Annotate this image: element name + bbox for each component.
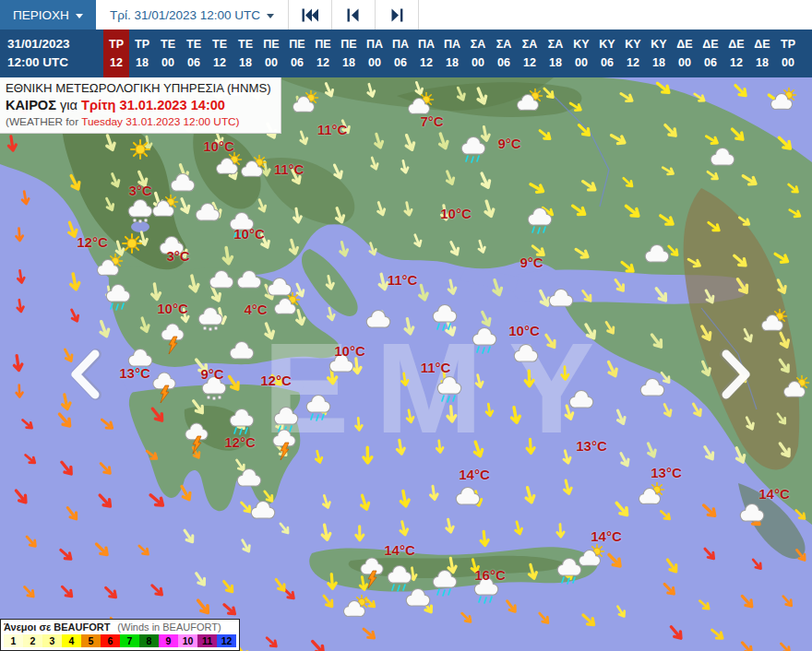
beaufort-scale: 123456789101112 <box>4 634 236 647</box>
temperature-label: 10°C <box>157 301 188 316</box>
step-forward-icon <box>390 8 403 22</box>
sun-icon <box>131 140 149 159</box>
timeline-step[interactable]: ΠΑ12 <box>413 30 439 77</box>
temperature-label: 11°C <box>274 161 304 177</box>
timeline-step[interactable]: ΤΕ06 <box>181 30 207 77</box>
forecast-local-time: ΚΑΙΡΟΣ για Τρίτη 31.01.2023 14:00 <box>6 97 271 115</box>
temperature-label: 14°C <box>384 542 415 558</box>
timeline-step[interactable]: ΠΑ18 <box>439 30 465 77</box>
temperature-label: 4°C <box>244 302 267 317</box>
timeline-step[interactable]: ΚΥ18 <box>646 30 672 77</box>
timeline-step[interactable]: ΔΕ06 <box>698 30 723 77</box>
beaufort-scale-cell: 9 <box>159 634 178 647</box>
beaufort-scale-cell: 7 <box>120 634 139 647</box>
timeline-step[interactable]: ΤΕ00 <box>155 30 181 77</box>
hnms-title: ΕΘΝΙΚΗ ΜΕΤΕΩΡΟΛΟΓΙΚΗ ΥΠΗΡΕΣΙΑ (HNMS) <box>6 80 271 97</box>
timeline-steps: ΤΡ12ΤΡ18ΤΕ00ΤΕ06ΤΕ12ΤΕ18ΠΕ00ΠΕ06ΠΕ12ΠΕ18… <box>103 30 801 77</box>
beaufort-scale-cell: 3 <box>42 634 62 647</box>
datetime-dropdown-button[interactable]: Τρί. 31/01/2023 12:00 UTC <box>96 0 289 30</box>
beaufort-scale-cell: 8 <box>139 634 159 647</box>
skip-start-icon <box>302 8 319 22</box>
temperature-label: 9°C <box>200 366 223 382</box>
weather-app: ΠΕΡΙΟΧΗ Τρί. 31/01/2023 12:00 UTC <box>0 0 812 651</box>
timeline-step[interactable]: ΣΑ00 <box>465 30 491 77</box>
temperature-label: 3°C <box>166 248 189 264</box>
timeline-step[interactable]: ΤΡ00 <box>775 30 801 77</box>
temperature-label: 14°C <box>758 486 790 502</box>
region-dropdown-label: ΠΕΡΙΟΧΗ <box>13 8 69 22</box>
toolbar: ΠΕΡΙΟΧΗ Τρί. 31/01/2023 12:00 UTC <box>0 0 812 30</box>
timeline-step[interactable]: ΚΥ06 <box>594 30 620 77</box>
temperature-label: 12°C <box>77 234 108 250</box>
timeline-step[interactable]: ΤΡ12 <box>103 30 129 77</box>
beaufort-scale-cell: 12 <box>217 634 236 647</box>
timeline-step[interactable]: ΠΕ12 <box>310 30 336 77</box>
temperature-label: 10°C <box>334 343 365 359</box>
step-back-button[interactable] <box>332 0 376 30</box>
sun-icon <box>123 234 141 253</box>
step-back-icon <box>347 8 360 22</box>
temperature-label: 14°C <box>459 467 490 482</box>
beaufort-scale-cell: 2 <box>23 634 42 647</box>
forecast-utc-time: (WEATHER for Tuesday 31.01.2023 12:00 UT… <box>6 115 271 130</box>
caret-down-icon <box>76 14 83 18</box>
timeline-step[interactable]: ΔΕ12 <box>723 30 749 77</box>
timeline-step[interactable]: ΤΡ18 <box>129 30 155 77</box>
temperature-label: 14°C <box>591 528 622 544</box>
temperature-label: 10°C <box>440 206 472 221</box>
temperature-label: 16°C <box>474 567 506 583</box>
timeline-step[interactable]: ΣΑ06 <box>491 30 517 77</box>
beaufort-scale-cell: 1 <box>4 634 23 647</box>
temperature-label: 13°C <box>651 465 682 480</box>
timeline-step[interactable]: ΠΕ18 <box>336 30 362 77</box>
temperature-label: 13°C <box>119 365 150 381</box>
temperature-label: 10°C <box>233 226 265 242</box>
timeline-date: 31/01/2023 <box>7 35 103 53</box>
temperature-label: 9°C <box>519 254 543 270</box>
temperature-label: 13°C <box>576 438 607 454</box>
timeline-step[interactable]: ΚΥ12 <box>620 30 646 77</box>
timeline-step[interactable]: ΚΥ00 <box>568 30 594 77</box>
temperature-label: 11°C <box>421 360 451 375</box>
timeline-utc: 12:00 UTC <box>7 53 103 72</box>
temperature-label: 11°C <box>317 122 348 137</box>
timeline-step[interactable]: ΠΑ06 <box>388 30 413 77</box>
timeline-step[interactable]: ΠΕ00 <box>258 30 284 77</box>
timeline-bar: 31/01/2023 12:00 UTC ΤΡ12ΤΡ18ΤΕ00ΤΕ06ΤΕ1… <box>0 30 812 77</box>
beaufort-scale-cell: 10 <box>178 634 197 647</box>
beaufort-scale-cell: 6 <box>101 634 120 647</box>
temperature-label: 12°C <box>224 434 256 450</box>
step-forward-button[interactable] <box>376 0 419 30</box>
skip-start-button[interactable] <box>289 0 332 30</box>
info-box: ΕΘΝΙΚΗ ΜΕΤΕΩΡΟΛΟΓΙΚΗ ΥΠΗΡΕΣΙΑ (HNMS) ΚΑΙ… <box>0 77 281 134</box>
region-dropdown-button[interactable]: ΠΕΡΙΟΧΗ <box>0 0 96 30</box>
caret-down-icon <box>267 14 274 18</box>
weather-map[interactable]: ΕΜΥ 7°C11°C9°C10°C11°C3°C10°C10°C12°C3°C… <box>0 77 812 651</box>
timeline-step[interactable]: ΣΑ12 <box>517 30 543 77</box>
beaufort-scale-cell: 5 <box>81 634 101 647</box>
timeline-current-date: 31/01/2023 12:00 UTC <box>0 30 103 77</box>
beaufort-scale-cell: 4 <box>62 634 81 647</box>
temperature-label: 10°C <box>508 323 540 338</box>
timeline-step[interactable]: ΤΕ12 <box>207 30 233 77</box>
timeline-step[interactable]: ΤΕ18 <box>233 30 258 77</box>
timeline-step[interactable]: ΔΕ18 <box>749 30 775 77</box>
timeline-step[interactable]: ΠΑ00 <box>362 30 388 77</box>
temperature-label: 7°C <box>420 113 443 129</box>
beaufort-legend: Άνεμοι σε BEAUFORT(Winds in BEAUFORT) 12… <box>0 619 240 651</box>
beaufort-scale-cell: 11 <box>197 634 217 647</box>
temperature-label: 3°C <box>128 183 151 198</box>
temperature-label: 9°C <box>497 136 520 151</box>
timeline-step[interactable]: ΠΕ06 <box>284 30 310 77</box>
timeline-step[interactable]: ΔΕ00 <box>672 30 698 77</box>
temperature-label: 10°C <box>203 138 234 154</box>
beaufort-legend-title: Άνεμοι σε BEAUFORT(Winds in BEAUFORT) <box>4 621 236 633</box>
temperature-label: 12°C <box>260 373 292 388</box>
temperature-label: 11°C <box>388 272 418 288</box>
timeline-step[interactable]: ΣΑ18 <box>543 30 568 77</box>
datetime-dropdown-label: Τρί. 31/01/2023 12:00 UTC <box>110 8 260 22</box>
